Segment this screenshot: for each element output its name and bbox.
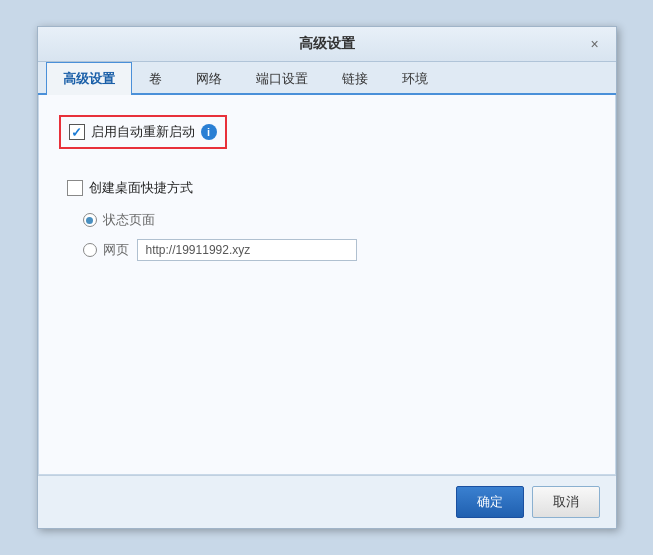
cancel-button[interactable]: 取消	[532, 486, 600, 518]
dialog-footer: 确定 取消	[38, 475, 616, 528]
status-page-row: 状态页面	[83, 211, 595, 229]
desktop-shortcut-checkbox[interactable]	[67, 180, 83, 196]
auto-restart-checkbox[interactable]: ✓	[69, 124, 85, 140]
webpage-radio[interactable]	[83, 243, 97, 257]
url-input[interactable]	[137, 239, 357, 261]
confirm-button[interactable]: 确定	[456, 486, 524, 518]
advanced-settings-dialog: 高级设置 × 高级设置 卷 网络 端口设置 链接 环境 ✓ 启用自动重新启动 i…	[37, 26, 617, 529]
close-button[interactable]: ×	[586, 35, 604, 53]
tab-port[interactable]: 端口设置	[239, 62, 325, 95]
auto-restart-row: ✓ 启用自动重新启动 i	[59, 115, 227, 149]
tab-volume[interactable]: 卷	[132, 62, 179, 95]
tab-advanced[interactable]: 高级设置	[46, 62, 132, 95]
webpage-label: 网页	[103, 241, 129, 259]
dialog-title: 高级设置	[68, 35, 586, 53]
status-page-radio[interactable]	[83, 213, 97, 227]
tab-content-advanced: ✓ 启用自动重新启动 i 创建桌面快捷方式 状态页面 网页	[38, 95, 616, 475]
checkmark-icon: ✓	[71, 125, 82, 140]
tab-bar: 高级设置 卷 网络 端口设置 链接 环境	[38, 62, 616, 95]
desktop-shortcut-label: 创建桌面快捷方式	[89, 179, 193, 197]
status-page-label: 状态页面	[103, 211, 155, 229]
webpage-row: 网页	[83, 239, 595, 261]
tab-link[interactable]: 链接	[325, 62, 385, 95]
desktop-shortcut-row: 创建桌面快捷方式	[59, 173, 595, 203]
auto-restart-label: 启用自动重新启动	[91, 123, 195, 141]
title-bar: 高级设置 ×	[38, 27, 616, 62]
tab-network[interactable]: 网络	[179, 62, 239, 95]
tab-env[interactable]: 环境	[385, 62, 445, 95]
info-icon[interactable]: i	[201, 124, 217, 140]
